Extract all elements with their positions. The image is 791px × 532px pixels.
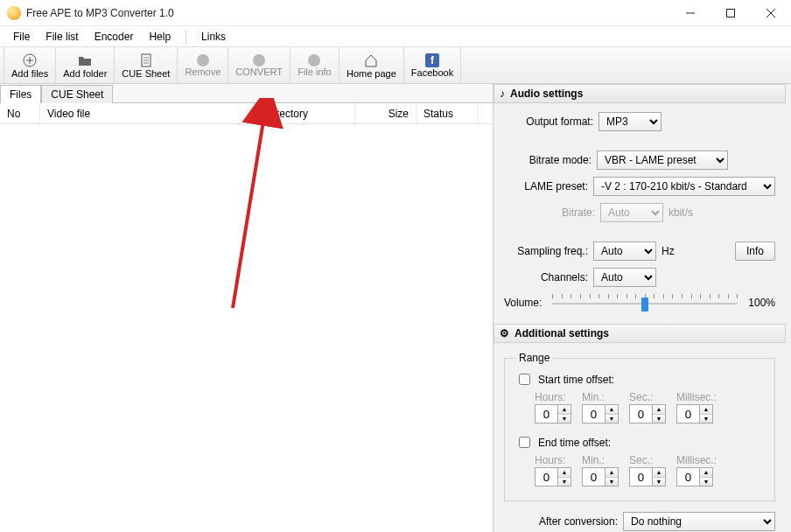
end-time-inputs: ▲▼ ▲▼ ▲▼ ▲▼ — [535, 467, 764, 486]
end-sec-spin[interactable]: ▲▼ — [629, 467, 666, 486]
minimize-button[interactable] — [670, 0, 710, 26]
audio-settings-body: Output format: MP3 Bitrate mode: VBR - L… — [494, 103, 786, 324]
convert-icon — [253, 54, 265, 66]
menu-links[interactable]: Links — [193, 29, 234, 45]
after-conversion-label: After conversion: — [539, 515, 618, 528]
info-icon — [308, 54, 320, 66]
start-time-labels: Hours:Min.:Sec.:Millisec.: — [535, 391, 764, 403]
app-icon — [7, 6, 21, 20]
window-title: Free APE to MP3 Converter 1.0 — [26, 7, 670, 19]
gear-icon: ⚙ — [500, 327, 509, 340]
start-offset-checkbox[interactable] — [519, 374, 530, 385]
toolbar: Add files Add folder CUE Sheet Remove CO… — [0, 47, 791, 84]
settings-scroll[interactable]: ♪ Audio settings Output format: MP3 Bitr… — [494, 84, 791, 532]
col-size[interactable]: Size — [355, 103, 416, 123]
col-video-file[interactable]: Video file — [40, 103, 259, 123]
file-table-body — [0, 124, 493, 532]
home-page-button[interactable]: Home page — [340, 47, 404, 83]
lame-preset-label: LAME preset: — [504, 180, 588, 192]
range-fieldset: Range Start time offset: Hours:Min.:Sec.… — [504, 352, 775, 501]
cue-sheet-label: CUE Sheet — [122, 68, 170, 79]
home-page-label: Home page — [346, 68, 396, 79]
document-icon — [138, 52, 154, 68]
cue-sheet-button[interactable]: CUE Sheet — [115, 47, 178, 83]
bitrate-mode-label: Bitrate mode: — [508, 154, 592, 166]
svg-rect-1 — [727, 9, 735, 17]
end-offset-label: End time offset: — [538, 437, 611, 449]
bitrate-mode-select[interactable]: VBR - LAME preset — [597, 150, 728, 170]
menu-help[interactable]: Help — [141, 29, 178, 45]
main-area: Files CUE Sheet No Video file Directory … — [0, 84, 791, 532]
volume-label: Volume: — [504, 297, 542, 309]
end-ms-spin[interactable]: ▲▼ — [676, 467, 713, 486]
volume-value: 100% — [748, 297, 775, 309]
add-files-button[interactable]: Add files — [4, 47, 56, 83]
col-no[interactable]: No — [0, 103, 40, 123]
start-hours-spin[interactable]: ▲▼ — [535, 404, 571, 424]
home-icon — [363, 52, 379, 68]
end-min-spin[interactable]: ▲▼ — [582, 467, 619, 486]
remove-label: Remove — [185, 66, 220, 77]
maximize-button[interactable] — [710, 0, 751, 26]
start-sec-spin[interactable]: ▲▼ — [629, 404, 666, 424]
add-folder-button[interactable]: Add folder — [56, 47, 115, 83]
audio-settings-header[interactable]: ♪ Audio settings — [494, 84, 786, 103]
close-button[interactable] — [751, 0, 791, 26]
additional-settings-title: Additional settings — [514, 327, 609, 340]
annotation-arrow — [206, 98, 303, 317]
tab-files[interactable]: Files — [0, 85, 41, 103]
convert-label: CONVERT — [235, 66, 283, 77]
after-conversion-select[interactable]: Do nothing — [623, 512, 775, 531]
svg-line-11 — [233, 105, 266, 308]
sampling-select[interactable]: Auto — [593, 242, 656, 261]
music-icon: ♪ — [500, 88, 505, 100]
menubar: File File list Encoder Help Links — [0, 26, 791, 47]
folder-icon — [77, 52, 93, 68]
left-panel: Files CUE Sheet No Video file Directory … — [0, 84, 494, 532]
facebook-button[interactable]: f Facebook — [404, 47, 461, 83]
col-status[interactable]: Status — [416, 103, 478, 123]
end-time-labels: Hours:Min.:Sec.:Millisec.: — [535, 454, 764, 466]
end-offset-checkbox[interactable] — [519, 437, 530, 448]
menu-file[interactable]: File — [5, 29, 38, 45]
audio-settings-title: Audio settings — [510, 88, 583, 100]
add-folder-label: Add folder — [63, 68, 107, 79]
info-button[interactable]: Info — [735, 242, 775, 261]
file-tabs: Files CUE Sheet — [0, 84, 493, 103]
remove-button[interactable]: Remove — [178, 47, 228, 83]
additional-settings-header[interactable]: ⚙ Additional settings — [494, 324, 786, 343]
sampling-unit: Hz — [662, 245, 675, 257]
add-files-label: Add files — [11, 68, 48, 79]
lame-preset-select[interactable]: -V 2 : 170-210 kbit/s - Standard — [593, 177, 775, 196]
start-min-spin[interactable]: ▲▼ — [582, 404, 619, 424]
menu-file-list[interactable]: File list — [38, 29, 86, 45]
range-legend: Range — [515, 352, 553, 364]
col-directory[interactable]: Directory — [259, 103, 355, 123]
bitrate-label: Bitrate: — [511, 206, 595, 219]
file-table-header: No Video file Directory Size Status — [0, 103, 493, 124]
file-info-label: File info — [298, 66, 332, 77]
volume-slider[interactable] — [552, 294, 738, 312]
start-time-inputs: ▲▼ ▲▼ ▲▼ ▲▼ — [535, 404, 764, 424]
bitrate-unit: kbit/s — [668, 206, 693, 219]
channels-label: Channels: — [504, 271, 588, 284]
start-offset-label: Start time offset: — [538, 374, 614, 386]
convert-button[interactable]: CONVERT — [228, 47, 290, 83]
end-hours-spin[interactable]: ▲▼ — [535, 467, 571, 486]
right-panel: ♪ Audio settings Output format: MP3 Bitr… — [494, 84, 791, 532]
window-titlebar: Free APE to MP3 Converter 1.0 — [0, 0, 791, 26]
facebook-label: Facebook — [411, 67, 453, 78]
menu-encoder[interactable]: Encoder — [87, 29, 142, 45]
additional-settings-body: Range Start time offset: Hours:Min.:Sec.… — [494, 343, 786, 532]
start-ms-spin[interactable]: ▲▼ — [676, 404, 713, 424]
sampling-label: Sampling freq.: — [504, 245, 588, 257]
bitrate-select: Auto — [600, 203, 663, 222]
output-format-select[interactable]: MP3 — [598, 112, 662, 131]
channels-select[interactable]: Auto — [593, 268, 656, 287]
file-info-button[interactable]: File info — [290, 47, 340, 83]
tab-cue[interactable]: CUE Sheet — [41, 85, 113, 103]
facebook-icon: f — [425, 53, 439, 67]
output-format-label: Output format: — [509, 116, 593, 128]
plus-circle-icon — [22, 52, 38, 68]
remove-icon — [197, 54, 209, 66]
